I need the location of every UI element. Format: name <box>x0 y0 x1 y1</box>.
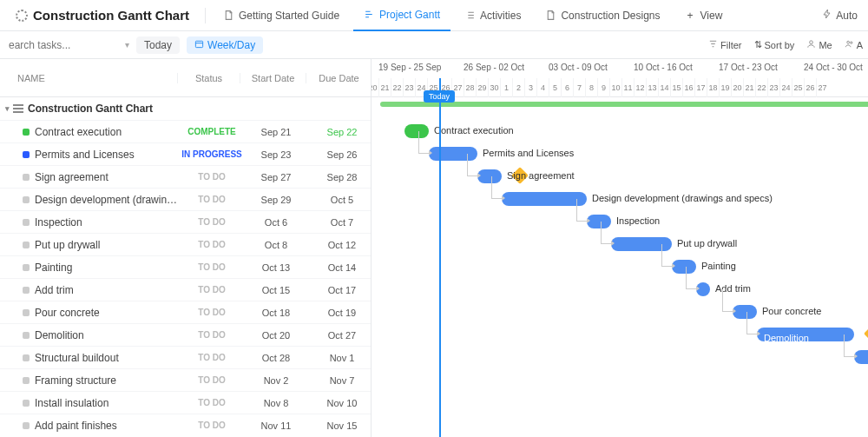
task-name-cell[interactable]: Add paint finishes <box>0 420 181 432</box>
task-row[interactable]: Sign agreementTO DOSep 27Sep 28 <box>0 165 371 188</box>
task-row[interactable]: DemolitionTO DOOct 20Oct 27 <box>0 323 371 346</box>
status-cell[interactable]: IN PROGRESS <box>181 149 243 159</box>
group-header-row[interactable]: ▾ Construction Gantt Chart <box>0 97 371 120</box>
status-cell[interactable]: TO DO <box>181 398 243 407</box>
start-date-cell[interactable]: Oct 15 <box>243 285 309 295</box>
task-name-cell[interactable]: Demolition <box>0 329 181 341</box>
start-date-cell[interactable]: Sep 21 <box>243 127 309 137</box>
task-name-cell[interactable]: Install insulation <box>0 397 181 409</box>
column-start-date[interactable]: Start Date <box>240 73 306 83</box>
task-row[interactable]: Permits and LicensesIN PROGRESSSep 23Sep… <box>0 142 371 165</box>
task-row[interactable]: Framing structureTO DONov 2Nov 7 <box>0 368 371 391</box>
due-date-cell[interactable]: Nov 10 <box>309 398 375 408</box>
gantt-bar[interactable] <box>502 192 587 206</box>
due-date-cell[interactable]: Oct 27 <box>309 330 375 341</box>
tab-project-gantt[interactable]: Project Gantt <box>353 0 450 31</box>
status-cell[interactable]: TO DO <box>181 420 243 430</box>
status-cell[interactable]: COMPLETE <box>181 127 243 136</box>
start-date-cell[interactable]: Oct 13 <box>243 262 309 273</box>
column-name[interactable]: NAME <box>0 73 177 83</box>
tab-view[interactable]: +View <box>674 0 733 31</box>
task-row[interactable]: Put up drywallTO DOOct 8Oct 12 <box>0 233 371 255</box>
task-name-cell[interactable]: Painting <box>0 262 181 274</box>
collapse-icon[interactable]: ▾ <box>5 104 10 113</box>
task-name-cell[interactable]: Add trim <box>0 284 181 296</box>
task-name-cell[interactable]: Structural buildout <box>0 352 181 364</box>
tab-activities[interactable]: Activities <box>454 0 531 31</box>
start-date-cell[interactable]: Oct 8 <box>243 240 309 250</box>
gantt-pane[interactable]: + 19 Sep - 25 Sep26 Sep - 02 Oct03 Oct -… <box>372 59 868 437</box>
task-name-cell[interactable]: Pour concrete <box>0 307 181 319</box>
task-row[interactable]: Install insulationTO DONov 8Nov 10 <box>0 391 371 414</box>
due-date-cell[interactable]: Sep 28 <box>309 172 375 182</box>
filter-button[interactable]: Filter <box>708 39 741 50</box>
status-cell[interactable]: TO DO <box>181 285 243 295</box>
tab-construction-designs[interactable]: Construction Designs <box>535 0 670 31</box>
due-date-cell[interactable]: Oct 12 <box>309 240 375 250</box>
status-cell[interactable]: TO DO <box>181 330 243 340</box>
weekday-toggle[interactable]: Week/Day <box>187 36 263 54</box>
task-name-cell[interactable]: Permits and Licenses <box>0 149 181 161</box>
gantt-row: Structural buildout <box>372 346 868 368</box>
task-name-cell[interactable]: Framing structure <box>0 374 181 387</box>
start-date-cell[interactable]: Nov 11 <box>243 420 309 431</box>
column-due-date[interactable]: Due Date <box>306 73 372 83</box>
due-date-cell[interactable]: Nov 1 <box>309 353 375 363</box>
task-name-cell[interactable]: Design development (drawings an... <box>0 194 181 206</box>
task-row[interactable]: Structural buildoutTO DOOct 28Nov 1 <box>0 346 371 368</box>
start-date-cell[interactable]: Oct 6 <box>243 217 309 228</box>
task-row[interactable]: Add paint finishesTO DONov 11Nov 15 <box>0 414 371 436</box>
chevron-down-icon[interactable]: ▾ <box>125 40 129 50</box>
task-row[interactable]: Add trimTO DOOct 15Oct 17 <box>0 278 371 301</box>
due-date-cell[interactable]: Sep 26 <box>309 149 375 160</box>
start-date-cell[interactable]: Sep 29 <box>243 195 309 205</box>
me-filter[interactable]: Me <box>806 39 832 50</box>
column-status[interactable]: Status <box>177 73 240 83</box>
task-name-cell[interactable]: Inspection <box>0 216 181 228</box>
task-name-cell[interactable]: Put up drywall <box>0 239 181 251</box>
status-cell[interactable]: TO DO <box>181 217 243 227</box>
task-name-cell[interactable]: Contract execution <box>0 126 181 138</box>
task-row[interactable]: PaintingTO DOOct 13Oct 14 <box>0 255 371 278</box>
due-date-cell[interactable]: Oct 7 <box>309 217 375 228</box>
due-date-cell[interactable]: Sep 22 <box>309 127 375 137</box>
status-cell[interactable]: TO DO <box>181 172 243 182</box>
due-date-cell[interactable]: Oct 19 <box>309 308 375 318</box>
timeline-body[interactable]: Today Contract executionPermits and Lice… <box>372 97 868 437</box>
status-cell[interactable]: TO DO <box>181 353 243 362</box>
task-name-cell[interactable]: Sign agreement <box>0 171 181 183</box>
start-date-cell[interactable]: Sep 27 <box>243 172 309 182</box>
due-date-cell[interactable]: Oct 17 <box>309 285 375 295</box>
group-summary-bar[interactable] <box>380 102 868 107</box>
start-date-cell[interactable]: Nov 2 <box>243 375 309 386</box>
start-date-cell[interactable]: Oct 28 <box>243 353 309 363</box>
day-label: 24 <box>779 78 792 97</box>
task-row[interactable]: Contract executionCOMPLETESep 21Sep 22 <box>0 120 371 142</box>
start-date-cell[interactable]: Oct 18 <box>243 308 309 318</box>
status-cell[interactable]: TO DO <box>181 375 243 385</box>
automation-button[interactable]: Auto <box>819 9 861 22</box>
status-cell[interactable]: TO DO <box>181 195 243 204</box>
status-cell[interactable]: TO DO <box>181 240 243 249</box>
task-row[interactable]: Pour concreteTO DOOct 18Oct 19 <box>0 301 371 323</box>
tab-getting-started-guide[interactable]: Getting Started Guide <box>213 0 350 31</box>
due-date-cell[interactable]: Nov 7 <box>309 375 375 386</box>
status-cell[interactable]: TO DO <box>181 262 243 272</box>
status-cell[interactable]: TO DO <box>181 308 243 317</box>
status-dot-icon <box>23 242 30 248</box>
start-date-cell[interactable]: Sep 23 <box>243 149 309 160</box>
sort-button[interactable]: ⇅ Sort by <box>754 39 795 50</box>
today-button[interactable]: Today <box>136 36 180 54</box>
due-date-cell[interactable]: Nov 15 <box>309 420 375 431</box>
milestone-icon[interactable] <box>864 325 868 342</box>
due-date-cell[interactable]: Oct 14 <box>309 262 375 273</box>
task-row[interactable]: Design development (drawings an...TO DOS… <box>0 188 371 210</box>
start-date-cell[interactable]: Oct 20 <box>243 330 309 341</box>
search-input[interactable] <box>5 36 118 55</box>
task-row[interactable]: InspectionTO DOOct 6Oct 7 <box>0 210 371 233</box>
assignees-button[interactable]: A <box>845 39 863 50</box>
start-date-cell[interactable]: Nov 8 <box>243 398 309 408</box>
due-date-cell[interactable]: Oct 5 <box>309 195 375 205</box>
day-label: 14 <box>658 78 670 97</box>
gantt-bar[interactable]: Demolition <box>757 328 854 341</box>
